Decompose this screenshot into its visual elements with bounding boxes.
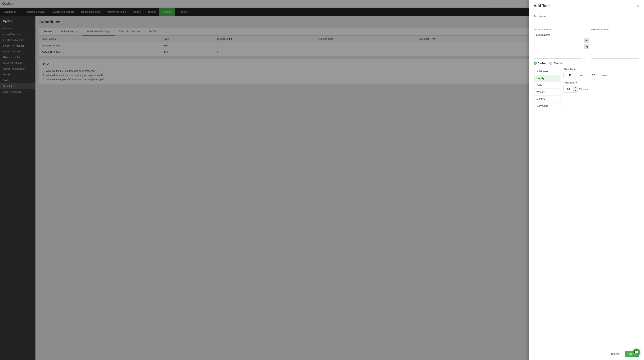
enable-disable-row: Enable Disable	[534, 62, 640, 65]
move-right-button[interactable]: ▶	[584, 38, 589, 43]
mins-unit: mins	[602, 74, 607, 77]
enable-label: Enable	[538, 62, 546, 65]
schedule-item-hourly[interactable]: Hourly	[534, 75, 560, 82]
add-task-modal: Add Task ✕ Task Name Available Subnets 1…	[529, 0, 644, 360]
after-every-inputs: ▲ ▼ Minutes	[564, 86, 640, 92]
modal-close-button[interactable]: ✕	[636, 4, 640, 8]
available-subnets-section: Available Subnets 172.21.179.0	[534, 28, 582, 59]
minutes-select: ▲ ▼	[564, 86, 578, 92]
after-every-value-input[interactable]	[564, 86, 573, 92]
start-time-row: Start Time Hours mins	[564, 68, 640, 78]
spinner-up-button[interactable]: ▲	[574, 86, 577, 89]
disable-radio[interactable]	[549, 62, 552, 65]
spinner-down-button[interactable]: ▼	[574, 89, 577, 92]
schedule-row: In Minutes Hourly Daily Weekly Monthly O…	[534, 68, 640, 109]
modal-title: Add Task	[534, 4, 551, 8]
schedule-item-weekly[interactable]: Weekly	[534, 89, 560, 96]
subnets-row: Available Subnets 172.21.179.0 ▶ ◀ Selec…	[534, 28, 640, 59]
subnet-item[interactable]: 172.21.179.0	[535, 33, 580, 37]
task-name-input[interactable]	[534, 19, 640, 25]
available-subnets-list[interactable]: 172.21.179.0	[534, 32, 582, 59]
modal-footer: Cancel Save	[529, 348, 644, 360]
start-time-hours-input[interactable]	[564, 72, 577, 78]
subnet-arrows: ▶ ◀	[584, 28, 589, 59]
disable-option[interactable]: Disable	[549, 62, 562, 65]
available-subnets-label: Available Subnets	[534, 28, 582, 31]
schedule-item-only-once[interactable]: Only Once	[534, 102, 560, 109]
time-section: Start Time Hours mins After Every	[564, 68, 640, 96]
schedule-list: In Minutes Hourly Daily Weekly Monthly O…	[534, 68, 560, 109]
cancel-button[interactable]: Cancel	[606, 350, 623, 357]
enable-option[interactable]: Enable	[534, 62, 546, 65]
after-every-unit: Minutes	[579, 88, 588, 91]
disable-label: Disable	[554, 62, 562, 65]
schedule-item-monthly[interactable]: Monthly	[534, 96, 560, 102]
spinner-buttons: ▲ ▼	[573, 86, 577, 92]
selected-subnets-section: Selected Subnets	[591, 28, 640, 59]
chat-bubble[interactable]: 💬	[632, 348, 640, 356]
task-name-label: Task Name	[534, 15, 640, 18]
schedule-item-daily[interactable]: Daily	[534, 82, 560, 89]
selected-subnets-label: Selected Subnets	[591, 28, 640, 31]
enable-radio[interactable]	[534, 62, 537, 65]
modal-header: Add Task ✕	[529, 0, 644, 11]
start-time-inputs: Hours mins	[564, 72, 640, 78]
schedule-item-in-minutes[interactable]: In Minutes	[534, 68, 560, 75]
modal-body: Task Name Available Subnets 172.21.179.0…	[529, 11, 644, 348]
after-every-label: After Every	[564, 81, 640, 84]
hours-unit: Hours	[578, 74, 585, 77]
start-time-mins-input[interactable]	[587, 72, 600, 78]
move-left-button[interactable]: ◀	[584, 44, 589, 49]
start-time-label: Start Time	[564, 68, 640, 71]
after-every-row: After Every ▲ ▼ Minutes	[564, 81, 640, 92]
selected-subnets-list[interactable]	[591, 32, 640, 59]
